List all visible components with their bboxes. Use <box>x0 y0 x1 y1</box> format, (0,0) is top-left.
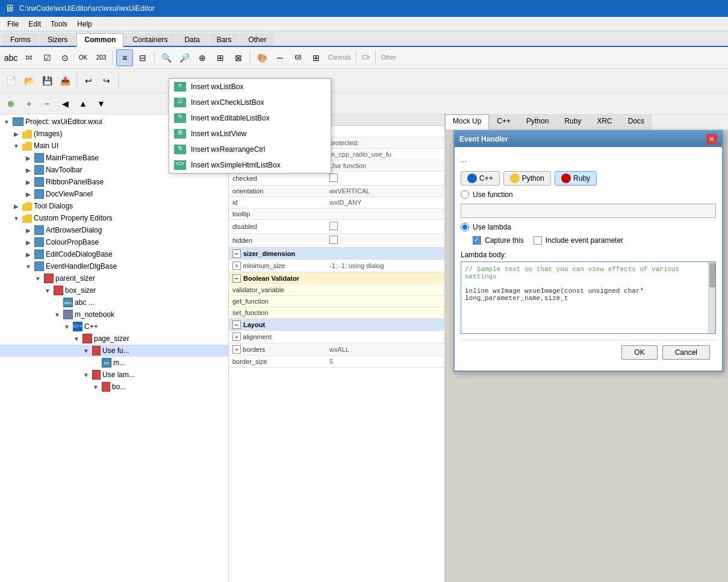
expand-ribbonpanel[interactable]: ▶ <box>24 178 33 186</box>
function-name-input[interactable] <box>461 204 716 218</box>
expand-navtoolbar[interactable]: ▶ <box>24 166 33 174</box>
lambda-scrollbar[interactable] <box>708 262 715 333</box>
lang-tab-ruby[interactable]: Ruby <box>555 171 597 186</box>
mockup-tab-cpp[interactable]: C++ <box>489 114 518 130</box>
lang-tab-cpp[interactable]: C++ <box>461 171 500 186</box>
expand-layout[interactable]: − <box>232 321 241 329</box>
tb-open[interactable]: 📂 <box>20 72 37 89</box>
tab-sizers[interactable]: Sizers <box>40 33 75 46</box>
lambda-body-textarea[interactable]: // Sample text so that you can view effe… <box>461 261 716 334</box>
tree-use-lambda[interactable]: ▼ Use lam... <box>0 369 228 381</box>
ctrl-btn-zoom-out[interactable]: 🔍 <box>158 49 175 66</box>
tree-docviewpanel[interactable]: ▶ DocViewPanel <box>0 188 228 200</box>
ctrl-btn-num[interactable]: 203 <box>93 49 110 66</box>
ctrl-btn-preview[interactable]: ⊞ <box>212 49 229 66</box>
tb-undo[interactable]: ↩ <box>80 72 97 89</box>
expand-page-sizer[interactable]: ▼ <box>72 334 81 343</box>
tree-tooldialogs[interactable]: ▶ Tool Dialogs <box>0 200 228 212</box>
tree-colourprop[interactable]: ▶ ColourPropBase <box>0 236 228 248</box>
expand-box-sizer[interactable]: ▼ <box>43 286 52 295</box>
expand-minimum-size[interactable]: + <box>232 261 241 270</box>
ctrl-btn-toggle[interactable]: ⊠ <box>230 49 247 66</box>
checkbox-hidden[interactable] <box>329 236 338 244</box>
ctrl-btn-listctrl[interactable]: ⊟ <box>134 49 151 66</box>
expand-m-notebook[interactable]: ▼ <box>53 310 61 319</box>
tb-export[interactable]: 📤 <box>57 72 73 89</box>
expand-eventhandlerdlg[interactable]: ▼ <box>24 262 33 271</box>
tb-remove[interactable]: − <box>39 95 55 112</box>
tree-cpp-tab[interactable]: ▼ C++ C++ <box>0 321 228 333</box>
ok-button[interactable]: OK <box>621 345 657 360</box>
tb-add-sibling[interactable]: + <box>20 95 37 112</box>
tree-m-notebook[interactable]: ▼ m_notebook <box>0 308 228 321</box>
ctrl-btn-zoom-in[interactable]: 🔎 <box>176 49 193 66</box>
expand-docviewpanel[interactable]: ▶ <box>24 190 33 198</box>
expand-custompropeditors[interactable]: ▼ <box>12 214 20 222</box>
dialog-close-button[interactable]: ✕ <box>706 134 717 145</box>
menu-tools[interactable]: Tools <box>46 19 72 30</box>
ctrl-btn-check[interactable]: ☑ <box>39 49 55 66</box>
section-boolean-validator[interactable]: − Boolean Validator <box>229 272 444 284</box>
ctrl-btn-abc[interactable]: abc <box>2 49 19 66</box>
expand-use-function[interactable]: ▼ <box>82 346 90 355</box>
expand-use-lambda[interactable]: ▼ <box>82 371 90 379</box>
tb-add-child[interactable]: ⊕ <box>2 95 19 112</box>
ctrl-btn-listbox[interactable]: ≡ <box>116 49 133 66</box>
menu-help[interactable]: Help <box>72 19 97 30</box>
checkbox-checked[interactable] <box>329 174 338 182</box>
mockup-tab-xrc[interactable]: XRC <box>589 114 620 130</box>
section-layout[interactable]: − Layout <box>229 319 444 331</box>
tree-custompropeditors[interactable]: ▼ Custom Property Editors <box>0 212 228 224</box>
tb-new[interactable]: 📄 <box>2 72 19 89</box>
ctrl-btn-line[interactable]: ─ <box>272 49 288 66</box>
menu-file[interactable]: File <box>2 19 23 30</box>
tree-use-function[interactable]: ▼ Use fu... <box>0 345 228 357</box>
ctrl-btn-txt[interactable]: txt <box>20 49 37 66</box>
tree-artbrowser[interactable]: ▶ ArtBrowserDialog <box>0 224 228 236</box>
ctrl-btn-ok[interactable]: OK <box>75 49 92 66</box>
expand-root[interactable]: ▼ <box>2 117 11 126</box>
tab-common[interactable]: Common <box>76 33 123 47</box>
menu-edit[interactable]: Edit <box>23 19 46 30</box>
use-lambda-radio[interactable] <box>461 223 469 231</box>
expand-bo[interactable]: ▼ <box>92 383 100 391</box>
expand-alignment[interactable]: + <box>232 333 241 341</box>
tree-abc[interactable]: abc abc ... <box>0 296 228 308</box>
mockup-tab-mockup[interactable]: Mock Up <box>445 114 489 130</box>
tree-box-sizer[interactable]: ▼ box_sizer <box>0 284 228 296</box>
ctrl-btn-palette[interactable]: 🎨 <box>254 49 270 66</box>
tab-forms[interactable]: Forms <box>2 33 39 46</box>
tab-data[interactable]: Data <box>176 33 207 46</box>
mockup-tab-python[interactable]: Python <box>518 114 556 130</box>
dropdown-item-simplehtmllistbox[interactable]: </> Insert wxSimpleHtmlListBox <box>169 157 331 173</box>
dropdown-item-checklistbox[interactable]: ☑ Insert wxCheckListBox <box>169 95 331 110</box>
tb-move-prev[interactable]: ◀ <box>57 95 73 112</box>
tree-page-sizer[interactable]: ▼ page_sizer <box>0 333 228 345</box>
expand-cpp-tab[interactable]: ▼ <box>63 322 71 331</box>
expand-editcode[interactable]: ▶ <box>24 250 33 258</box>
ctrl-btn-68[interactable]: 68 <box>290 49 306 66</box>
capture-this-checkbox[interactable] <box>473 236 481 245</box>
mockup-tab-ruby[interactable]: Ruby <box>556 114 589 130</box>
tree-m-text[interactable]: txt m... <box>0 357 228 369</box>
checkbox-disabled[interactable] <box>329 222 338 230</box>
use-function-radio[interactable] <box>461 190 469 199</box>
expand-images[interactable]: ▶ <box>12 130 20 138</box>
tb-move-up[interactable]: ▲ <box>75 95 92 112</box>
tree-parent-sizer[interactable]: ▼ parent_sizer <box>0 272 228 284</box>
tab-bars[interactable]: Bars <box>209 33 240 46</box>
expand-sizer-dimension[interactable]: − <box>232 249 241 258</box>
ctrl-btn-zoom-fit[interactable]: ⊕ <box>194 49 211 66</box>
expand-artbrowser[interactable]: ▶ <box>24 226 33 234</box>
cancel-button[interactable]: Cancel <box>662 345 710 360</box>
include-event-param-checkbox[interactable] <box>534 236 542 245</box>
tree-ribbonpanelbase[interactable]: ▶ RibbonPanelBase <box>0 176 228 188</box>
section-sizer-dimension[interactable]: − sizer_dimension <box>229 248 444 260</box>
ctrl-btn-grid[interactable]: ⊞ <box>308 49 325 66</box>
tree-editcodedialog[interactable]: ▶ EditCodeDialogBase <box>0 248 228 260</box>
expand-boolean-validator[interactable]: − <box>232 274 241 283</box>
dropdown-item-listview[interactable]: ⊞ Insert wxListView <box>169 126 331 142</box>
lang-tab-python[interactable]: Python <box>503 171 551 186</box>
dropdown-item-rearrangectrl[interactable]: ⇅ Insert wxRearrangeCtrl <box>169 142 331 157</box>
expand-parent-sizer[interactable]: ▼ <box>34 274 42 283</box>
